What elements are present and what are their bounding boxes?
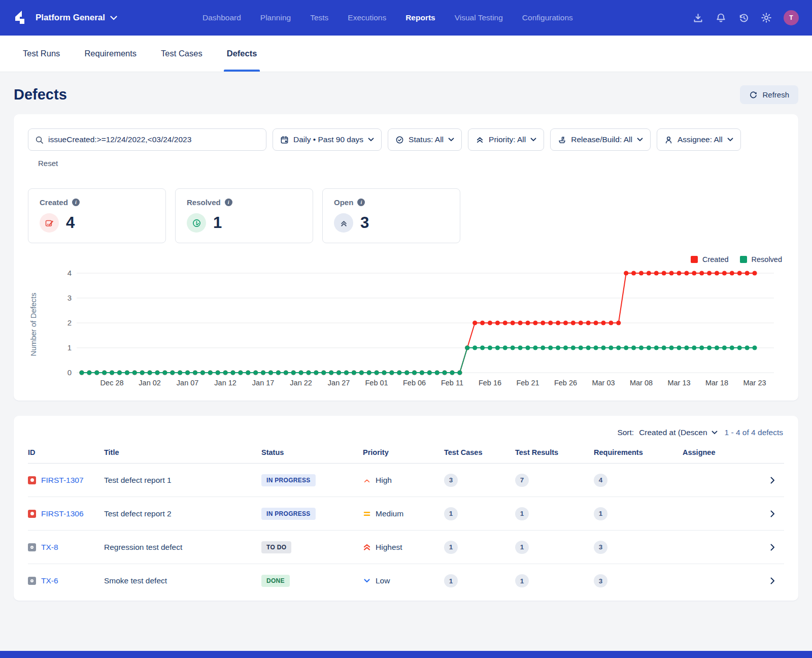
info-icon[interactable]: i [357,199,365,206]
chevrons-up-icon [334,213,353,233]
svg-text:0: 0 [67,368,72,377]
svg-text:Jan 07: Jan 07 [177,379,199,387]
search-icon [35,136,44,144]
defect-id-link[interactable]: TX-6 [41,576,58,585]
chevron-right-icon [768,476,777,485]
nav-item-planning[interactable]: Planning [260,13,291,22]
sort-value: Created at (Descen [639,428,707,437]
defects-table-card: Sort: Created at (Descen 1 - 4 of 4 defe… [14,416,798,601]
defects-line-chart: 01234Dec 28Jan 02Jan 07Jan 12Jan 17Jan 2… [28,265,784,392]
user-avatar[interactable]: T [784,10,799,25]
col-status: Status [261,448,363,456]
table-row[interactable]: TX-8 Regression test defect TO DO Highes… [28,531,784,564]
download-icon[interactable] [692,12,703,23]
bell-icon[interactable] [715,12,726,23]
calendar-icon [280,136,289,144]
col-requirements: Requirements [594,448,683,456]
status-badge: DONE [261,575,290,587]
history-icon[interactable] [738,12,749,23]
tab-requirements[interactable]: Requirements [84,36,137,72]
defect-id-link[interactable]: FIRST-1307 [41,476,84,485]
priority-high-icon [363,476,371,484]
chevron-right-icon [768,543,777,552]
release-build-filter[interactable]: Release/Build: All [550,128,651,151]
reset-filters-link[interactable]: Reset [38,159,58,168]
report-tabs: Test Runs Requirements Test Cases Defect… [0,36,812,72]
top-navbar: Platform General Dashboard Planning Test… [0,0,812,36]
chevron-down-icon [110,16,117,20]
defects-summary-card: Daily • Past 90 days Status: All Priori [14,114,798,401]
search-field[interactable] [28,128,266,151]
svg-text:Feb 21: Feb 21 [516,379,539,387]
row-open-button[interactable] [768,543,784,552]
chevron-down-icon [712,431,718,435]
nav-item-dashboard[interactable]: Dashboard [202,13,241,22]
legend-resolved: Resolved [740,255,782,264]
stat-resolved-value: 1 [213,214,222,232]
svg-text:3: 3 [67,293,72,302]
defects-report-page: Platform General Dashboard Planning Test… [0,0,812,658]
stat-card-open: Open i 3 [322,188,460,243]
table-row[interactable]: FIRST-1307 Test defect report 1 IN PROGR… [28,464,784,497]
stat-card-created: Created i 4 [28,188,166,243]
info-icon[interactable]: i [72,199,80,206]
refresh-button[interactable]: Refresh [740,85,798,104]
defect-id-link[interactable]: FIRST-1306 [41,509,84,518]
defect-id-link[interactable]: TX-8 [41,543,58,552]
col-assignee: Assignee [683,448,743,456]
table-row[interactable]: TX-6 Smoke test defect DONE Low 1 1 3 [28,564,784,598]
assignee-filter-value: Assignee: All [678,135,723,144]
search-input[interactable] [48,135,259,144]
status-filter[interactable]: Status: All [388,128,462,151]
tab-test-cases[interactable]: Test Cases [161,36,202,72]
priority-highest-icon [363,543,371,551]
sort-label: Sort: [617,428,634,437]
nav-item-executions[interactable]: Executions [348,13,386,22]
sort-select[interactable]: Created at (Descen [639,428,717,437]
requirements-count: 3 [594,541,607,554]
info-icon[interactable]: i [225,199,232,206]
stat-resolved-label: Resolved [187,198,221,207]
status-check-icon [395,136,404,144]
chevron-right-icon [768,576,777,585]
filter-bar: Daily • Past 90 days Status: All Priori [28,128,784,151]
gear-icon[interactable] [761,12,772,23]
nav-item-configurations[interactable]: Configurations [522,13,573,22]
priority-filter-value: Priority: All [489,135,526,144]
date-range-filter[interactable]: Daily • Past 90 days [273,128,382,151]
assignee-filter[interactable]: Assignee: All [657,128,741,151]
tab-defects[interactable]: Defects [227,36,257,72]
test-cases-count: 1 [444,574,458,587]
svg-text:Number of Defects: Number of Defects [29,292,38,356]
svg-text:Mar 03: Mar 03 [592,379,615,387]
legend-created: Created [691,255,729,264]
svg-text:Mar 08: Mar 08 [630,379,653,387]
test-results-count: 7 [515,474,529,487]
test-results-count: 1 [515,541,529,554]
col-priority: Priority [363,448,444,456]
row-open-button[interactable] [768,476,784,485]
nav-item-tests[interactable]: Tests [310,13,328,22]
row-open-button[interactable] [768,509,784,518]
tab-test-runs[interactable]: Test Runs [23,36,60,72]
table-header: ID Title Status Priority Test Cases Test… [28,442,784,464]
test-cases-count: 1 [444,541,458,554]
test-cases-count: 3 [444,474,458,487]
page-title: Defects [14,86,67,103]
nav-item-visual-testing[interactable]: Visual Testing [455,13,503,22]
priority-filter[interactable]: Priority: All [468,128,544,151]
stat-card-resolved: Resolved i 1 [175,188,313,243]
chevron-right-icon [768,509,777,518]
date-range-value: Daily • Past 90 days [293,135,363,144]
chevron-down-icon [530,138,536,142]
nav-item-reports[interactable]: Reports [405,13,435,22]
project-switcher[interactable]: Platform General [36,13,117,23]
svg-text:Jan 22: Jan 22 [290,379,312,387]
chevrons-up-icon [476,136,484,144]
svg-text:Jan 17: Jan 17 [252,379,275,387]
person-icon [664,136,673,144]
edit-report-icon [40,213,59,233]
stat-created-label: Created [40,198,68,207]
table-row[interactable]: FIRST-1306 Test defect report 2 IN PROGR… [28,497,784,531]
row-open-button[interactable] [768,576,784,585]
